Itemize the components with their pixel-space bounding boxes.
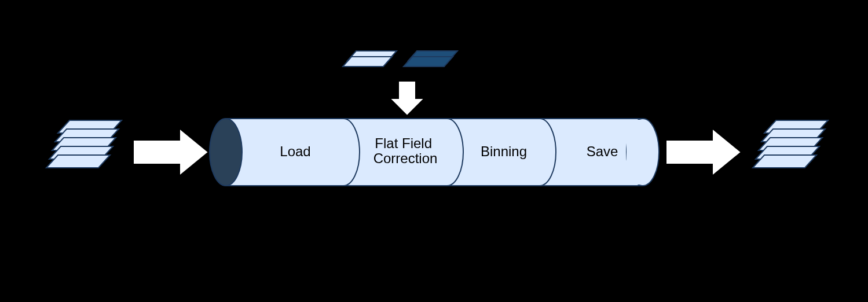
svg-marker-5 bbox=[390, 81, 424, 116]
stage-label-load: Load bbox=[280, 143, 310, 159]
svg-marker-0 bbox=[133, 128, 208, 176]
stage-label-binning: Binning bbox=[481, 143, 527, 159]
stage-label-ffc-line1: Flat Field Correction bbox=[373, 135, 438, 166]
input-data-stack bbox=[46, 120, 122, 168]
calibration-stack-light bbox=[343, 51, 397, 67]
svg-marker-7 bbox=[343, 57, 392, 67]
svg-marker-9 bbox=[404, 57, 453, 67]
svg-rect-4 bbox=[627, 120, 643, 185]
output-data-stack bbox=[753, 120, 828, 168]
arrow-right-into-pipe bbox=[133, 128, 208, 176]
calibration-stack-dark bbox=[404, 51, 457, 67]
svg-marker-1 bbox=[666, 128, 741, 176]
stage-label-save: Save bbox=[587, 143, 618, 159]
svg-marker-19 bbox=[753, 155, 816, 168]
arrow-down-into-ffc bbox=[390, 81, 424, 116]
svg-marker-14 bbox=[46, 155, 110, 168]
arrow-right-out-of-pipe bbox=[666, 128, 741, 176]
pipe-left-cap bbox=[210, 119, 242, 186]
pipeline-diagram: Load Flat Field Correction Binning Save bbox=[0, 0, 868, 302]
